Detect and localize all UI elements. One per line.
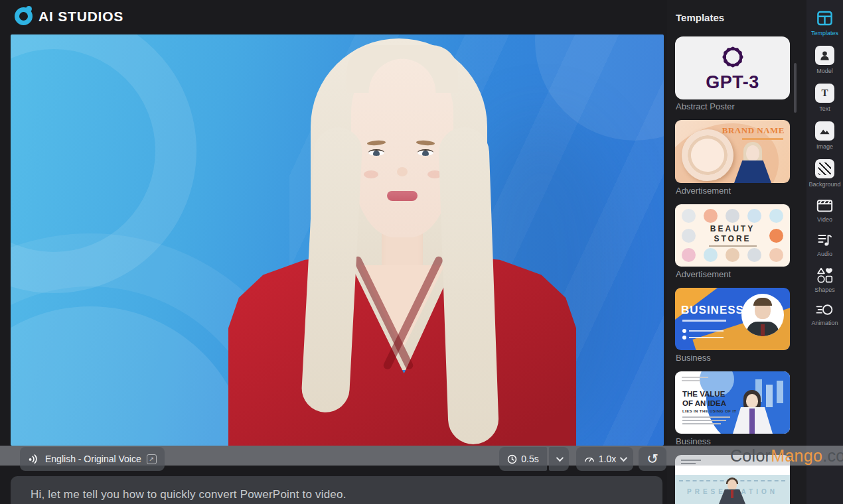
decor-line	[682, 320, 726, 322]
template-label: Business	[676, 436, 711, 446]
template-card-business-2[interactable]: THE VALUEOF AN IDEA LIES IN THE USING OF…	[675, 371, 790, 434]
toolbar-item-audio[interactable]: Audio	[806, 232, 843, 257]
template-card-advertisement-2[interactable]: BEAUTYSTORE	[675, 204, 790, 267]
avatar-hair-fringe	[346, 45, 403, 93]
business-card-title: BUSINESS	[681, 304, 744, 317]
script-text: Hi, let me tell you how to quickly conve…	[31, 488, 346, 501]
avatar-lips	[387, 191, 418, 201]
speed-button[interactable]: 1.0x	[576, 447, 633, 471]
avatar-nose	[397, 167, 408, 176]
background-icon	[815, 159, 834, 178]
avatar-blush	[364, 170, 378, 178]
presenter-photo	[741, 294, 784, 336]
pause-duration-value: 0.5s	[521, 454, 538, 464]
idea-card-subtitle: LIES IN THE USING OF IT	[682, 409, 737, 413]
toolbar-item-model[interactable]: Model	[806, 46, 843, 74]
app-window: AI STUDIOS	[0, 0, 843, 504]
decor-buildings	[777, 381, 783, 403]
model-icon	[815, 46, 834, 65]
toolbar-item-templates[interactable]: Templates	[806, 9, 843, 36]
avatar-eye	[368, 149, 384, 156]
avatar-hair-fringe	[402, 45, 458, 93]
image-icon	[815, 121, 834, 141]
watermark-text: Color	[730, 446, 771, 466]
templates-panel: Templates GPT-3 Abstract Poster BRAND NA…	[667, 0, 806, 504]
openai-logo-icon	[719, 43, 747, 71]
template-label: Advertisement	[676, 269, 731, 279]
external-link-icon: ↗	[147, 454, 157, 464]
template-label: Abstract Poster	[676, 101, 735, 111]
decor-line	[742, 138, 783, 140]
idea-card-title: THE VALUEOF AN IDEA	[682, 390, 726, 409]
toolbar-item-shapes[interactable]: Shapes	[806, 267, 843, 293]
reset-icon: ↺	[647, 451, 658, 467]
shapes-icon	[816, 267, 834, 284]
presenter-thumbnail	[718, 477, 747, 504]
contact-line	[682, 336, 724, 340]
decor-text-lines	[682, 416, 730, 426]
video-icon	[816, 197, 834, 214]
animation-icon	[816, 302, 834, 317]
toolbar-item-background[interactable]: Background	[806, 159, 843, 188]
watermark-text: .com	[822, 446, 843, 466]
voice-selector-button[interactable]: English - Original Voice ↗	[20, 447, 165, 471]
template-card-business-1[interactable]: BUSINESS	[675, 288, 790, 350]
panel-scrollbar[interactable]	[794, 63, 797, 113]
logo-text: AI STUDIOS	[38, 9, 123, 25]
app-logo: AI STUDIOS	[15, 7, 123, 25]
voice-label: English - Original Voice	[45, 454, 141, 464]
presenter-thumbnail	[733, 142, 773, 183]
script-textbox[interactable]: Hi, let me tell you how to quickly conve…	[11, 476, 662, 504]
watermark: ColorMango.com	[730, 446, 843, 466]
editor-toolbar: Templates Model T Text Image	[806, 0, 843, 504]
video-preview-canvas[interactable]	[11, 34, 664, 446]
text-icon: T	[815, 84, 834, 103]
pause-duration-dropdown[interactable]	[549, 447, 569, 471]
toolbar-item-video[interactable]: Video	[806, 197, 843, 223]
beauty-store-title: BEAUTYSTORE	[709, 224, 757, 247]
icon-row	[682, 248, 783, 262]
logo-ring-icon	[15, 7, 33, 25]
panel-title: Templates	[676, 12, 724, 23]
template-card-gpt3[interactable]: GPT-3	[675, 36, 790, 99]
decor-line	[709, 245, 757, 247]
pause-duration-button[interactable]: 0.5s	[499, 447, 547, 471]
template-label: Advertisement	[676, 186, 731, 196]
icon-row	[682, 209, 783, 223]
toolbar-item-animation[interactable]: Animation	[806, 302, 843, 326]
watermark-text: Mango	[771, 446, 822, 466]
clock-icon	[507, 454, 517, 464]
presenter-thumbnail	[731, 390, 774, 434]
voice-icon	[28, 454, 40, 464]
brand-name-text: BRAND NAME	[722, 125, 785, 136]
speed-value: 1.0x	[599, 454, 616, 464]
icon-row: BEAUTYSTORE	[682, 224, 783, 247]
chevron-down-icon	[556, 454, 564, 462]
speedometer-icon	[584, 454, 595, 464]
audio-icon	[816, 232, 833, 248]
contact-line	[682, 329, 724, 333]
decor-text-lines	[682, 377, 708, 383]
templates-icon	[816, 9, 834, 27]
avatar-eye	[418, 149, 433, 156]
decor-text-lines	[681, 460, 704, 466]
gpt3-card-title: GPT-3	[706, 72, 759, 93]
toolbar-item-image[interactable]: Image	[806, 121, 843, 150]
reset-button[interactable]: ↺	[639, 447, 666, 471]
template-card-advertisement-1[interactable]: BRAND NAME	[675, 120, 790, 183]
chevron-down-icon	[620, 454, 627, 462]
ai-presenter-avatar[interactable]	[11, 34, 664, 446]
toolbar-item-text[interactable]: T Text	[806, 84, 843, 112]
template-label: Business	[676, 353, 711, 363]
avatar-hair-strand	[438, 127, 500, 445]
